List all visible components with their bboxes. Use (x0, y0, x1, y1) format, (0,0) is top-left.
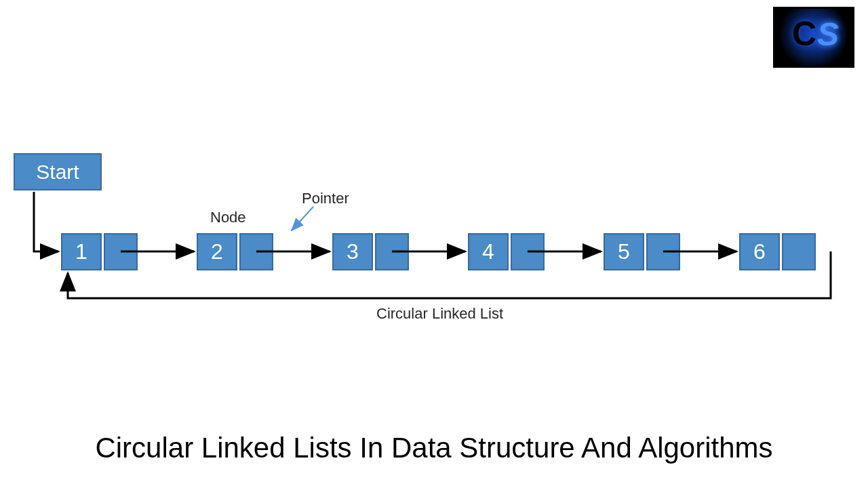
node-4-pointer (511, 233, 545, 270)
node-5: 5 (604, 233, 680, 270)
start-box: Start (14, 153, 102, 190)
diagram-caption: Circular Linked Lists In Data Structure … (0, 432, 868, 464)
node-1: 1 (61, 233, 138, 270)
logo-char-s: S (817, 16, 839, 53)
node-4-data: 4 (468, 233, 509, 270)
node-6-pointer (782, 233, 816, 270)
node-1-data: 1 (61, 233, 102, 270)
node-3-pointer (375, 233, 409, 270)
node-2-pointer (239, 233, 273, 270)
node-6: 6 (739, 233, 816, 270)
start-label: Start (36, 161, 79, 184)
logo-inner: C S (775, 9, 852, 66)
node-3-data: 3 (332, 233, 373, 270)
node-4: 4 (468, 233, 545, 270)
node-2-data: 2 (197, 233, 237, 270)
node-5-data: 5 (604, 233, 644, 270)
arrow-start-to-node1 (34, 192, 58, 251)
loop-annotation-label: Circular Linked List (376, 305, 503, 323)
arrow-loop-back (68, 251, 831, 298)
node-1-pointer (104, 233, 138, 270)
node-5-pointer (646, 233, 680, 270)
node-2: 2 (197, 233, 273, 270)
pointer-annotation-label: Pointer (302, 190, 349, 207)
logo-char-c: C (792, 14, 816, 54)
pointer-annotation-arrow (292, 207, 313, 230)
logo: C S (773, 7, 854, 68)
node-3: 3 (332, 233, 409, 270)
node-annotation-label: Node (210, 209, 246, 226)
node-6-data: 6 (739, 233, 780, 270)
